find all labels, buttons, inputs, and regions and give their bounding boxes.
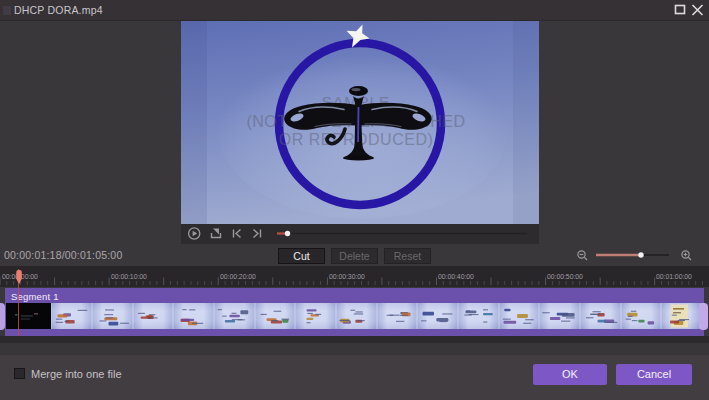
- svg-text:00:01:00:00: 00:01:00:00: [656, 273, 692, 280]
- svg-text:00:00:40:00: 00:00:40:00: [438, 273, 474, 280]
- svg-text:00:00:10:00: 00:00:10:00: [111, 273, 147, 280]
- svg-text:00:00:30:00: 00:00:30:00: [329, 273, 365, 280]
- svg-text:00:00:50:00: 00:00:50:00: [547, 273, 583, 280]
- svg-text:00:00:20:00: 00:00:20:00: [220, 273, 256, 280]
